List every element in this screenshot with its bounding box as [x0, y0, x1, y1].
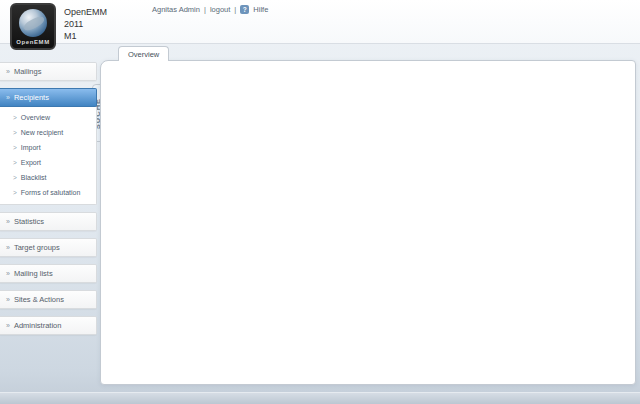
- link-separator: |: [204, 5, 206, 14]
- sidebar-item-label: Mailings: [14, 67, 42, 76]
- sidebar-item-forms-of-salutation[interactable]: >Forms of salutation: [0, 185, 96, 200]
- sidebar-item-label: New recipient: [21, 129, 63, 136]
- sidebar-item-export[interactable]: >Export: [0, 155, 96, 170]
- sidebar: »Mailings»Recipients>Overview>New recipi…: [0, 62, 97, 342]
- chevron-icon: >: [13, 174, 17, 181]
- sidebar-item-sites-actions[interactable]: »Sites & Actions: [0, 290, 97, 309]
- link-separator: |: [234, 5, 236, 14]
- help-link[interactable]: Hilfe: [253, 5, 268, 14]
- sidebar-item-label: Recipients: [14, 93, 49, 102]
- chevron-icon: »: [6, 270, 10, 277]
- sidebar-item-label: Statistics: [14, 217, 44, 226]
- sidebar-item-label: Forms of salutation: [21, 189, 81, 196]
- chevron-icon: »: [6, 244, 10, 251]
- chevron-icon: >: [13, 114, 17, 121]
- logout-link[interactable]: logout: [210, 5, 230, 14]
- sidebar-item-label: Target groups: [14, 243, 60, 252]
- app-milestone: M1: [64, 30, 107, 42]
- sidebar-item-label: Blacklist: [21, 174, 47, 181]
- app-version-block: OpenEMM 2011 M1: [64, 6, 107, 42]
- tab-overview-label: Overview: [128, 50, 159, 59]
- footer-strip: [0, 392, 640, 404]
- logo-caption: OpenEMM: [16, 39, 50, 45]
- chevron-icon: »: [6, 218, 10, 225]
- sidebar-item-import[interactable]: >Import: [0, 140, 96, 155]
- sidebar-item-overview[interactable]: >Overview: [0, 110, 96, 125]
- sidebar-item-target-groups[interactable]: »Target groups: [0, 238, 97, 257]
- sidebar-submenu: >Overview>New recipient>Import>Export>Bl…: [0, 107, 97, 205]
- sidebar-item-label: Import: [21, 144, 41, 151]
- chevron-icon: »: [6, 322, 10, 329]
- help-icon[interactable]: ?: [240, 5, 249, 14]
- logo-swirl-icon: [19, 9, 47, 37]
- app-name: OpenEMM: [64, 6, 107, 18]
- chevron-icon: >: [13, 189, 17, 196]
- chevron-icon: »: [6, 94, 10, 101]
- main-panel: [100, 60, 636, 385]
- sidebar-item-administration[interactable]: »Administration: [0, 316, 97, 335]
- user-name-link[interactable]: Agnitas Admin: [152, 5, 200, 14]
- header-links: Agnitas Admin | logout | ? Hilfe: [152, 5, 268, 14]
- sidebar-item-mailing-lists[interactable]: »Mailing lists: [0, 264, 97, 283]
- chevron-icon: »: [6, 296, 10, 303]
- sidebar-item-label: Sites & Actions: [14, 295, 64, 304]
- chevron-icon: »: [6, 68, 10, 75]
- sidebar-item-new-recipient[interactable]: >New recipient: [0, 125, 96, 140]
- sidebar-item-blacklist[interactable]: >Blacklist: [0, 170, 96, 185]
- app-year: 2011: [64, 18, 107, 30]
- sidebar-item-mailings[interactable]: »Mailings: [0, 62, 97, 81]
- tab-overview[interactable]: Overview: [118, 46, 169, 61]
- sidebar-item-label: Mailing lists: [14, 269, 53, 278]
- sidebar-item-label: Overview: [21, 114, 50, 121]
- openemm-logo: OpenEMM: [10, 3, 56, 50]
- sidebar-item-label: Administration: [14, 321, 62, 330]
- chevron-icon: >: [13, 129, 17, 136]
- sidebar-item-recipients[interactable]: »Recipients: [0, 88, 97, 107]
- sidebar-item-label: Export: [21, 159, 41, 166]
- chevron-icon: >: [13, 144, 17, 151]
- sidebar-item-statistics[interactable]: »Statistics: [0, 212, 97, 231]
- chevron-icon: >: [13, 159, 17, 166]
